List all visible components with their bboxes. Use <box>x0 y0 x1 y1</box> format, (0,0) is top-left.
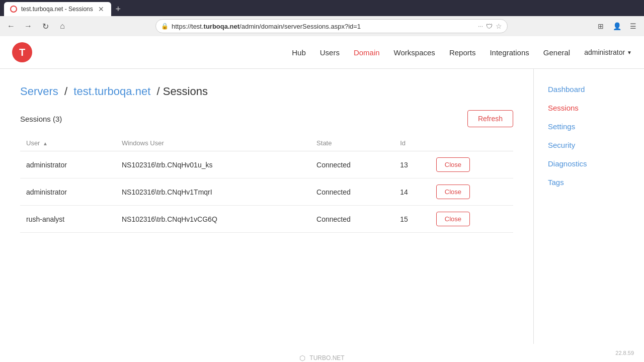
footer-text: TURBO.NET <box>309 354 344 361</box>
breadcrumb-servers[interactable]: Servers <box>20 85 58 98</box>
cell-windows-user-0: NS102316\trb.CNqHv01u_ks <box>116 151 310 178</box>
breadcrumb-domain[interactable]: test.turboqa.net <box>73 85 150 98</box>
sidebar-item-dashboard[interactable]: Dashboard <box>542 81 636 98</box>
options-icon[interactable]: ··· <box>478 23 483 30</box>
col-user: User ▲ <box>20 135 116 151</box>
cell-action-2: Close <box>430 206 513 233</box>
tab-bar: test.turboqa.net - Sessions ✕ + <box>0 0 644 16</box>
close-button-1[interactable]: Close <box>436 185 470 199</box>
logo-text: T <box>19 47 25 58</box>
admin-dropdown[interactable]: administrator ▼ <box>584 48 632 56</box>
footer-logo-icon: ⬡ <box>299 354 305 362</box>
cell-windows-user-1: NS102316\trb.CNqHv1TmqrI <box>116 178 310 206</box>
nav-workspaces[interactable]: Workspaces <box>394 48 435 57</box>
cell-state-1: Connected <box>310 178 394 206</box>
address-bar[interactable]: 🔒 https://test.turboqa.net/admin/domain/… <box>155 19 508 33</box>
breadcrumb: Servers / test.turboqa.net / Sessions <box>20 85 513 98</box>
sidebar: Dashboard Sessions Settings Security Dia… <box>533 69 644 344</box>
footer: ⬡ TURBO.NET <box>0 344 644 362</box>
sessions-table: User ▲ Windows User State Id administrat… <box>20 135 513 233</box>
sidebar-item-sessions[interactable]: Sessions <box>542 100 636 116</box>
shield-icon: 🛡 <box>486 23 493 30</box>
extensions-button[interactable]: ⊞ <box>594 19 608 33</box>
col-state: State <box>310 135 394 151</box>
table-row: administrator NS102316\trb.CNqHv1TmqrI C… <box>20 178 513 206</box>
address-bar-row: ← → ↻ ⌂ 🔒 https://test.turboqa.net/admin… <box>0 16 644 36</box>
home-button[interactable]: ⌂ <box>55 19 69 33</box>
cell-windows-user-2: NS102316\trb.CNqHv1vCG6Q <box>116 206 310 233</box>
main-content: Servers / test.turboqa.net / Sessions Se… <box>0 69 533 344</box>
security-lock-icon: 🔒 <box>161 23 169 30</box>
col-actions <box>430 135 513 151</box>
app-body: Servers / test.turboqa.net / Sessions Se… <box>0 69 644 344</box>
nav-domain[interactable]: Domain <box>354 48 380 57</box>
url-display: https://test.turboqa.net/admin/domain/se… <box>172 23 475 30</box>
admin-label: administrator <box>584 48 625 56</box>
tab-close-button[interactable]: ✕ <box>97 5 105 13</box>
back-button[interactable]: ← <box>4 19 18 33</box>
active-tab[interactable]: test.turboqa.net - Sessions ✕ <box>4 2 111 16</box>
chevron-down-icon: ▼ <box>627 50 632 55</box>
close-button-0[interactable]: Close <box>436 157 470 172</box>
cell-id-1: 14 <box>394 178 430 206</box>
refresh-button[interactable]: Refresh <box>467 110 513 127</box>
reload-button[interactable]: ↻ <box>38 19 52 33</box>
cell-action-0: Close <box>430 151 513 178</box>
cell-user-0: administrator <box>20 151 116 178</box>
sessions-count: Sessions (3) <box>20 115 62 123</box>
forward-button[interactable]: → <box>21 19 35 33</box>
nav-integrations[interactable]: Integrations <box>490 48 529 57</box>
cell-state-2: Connected <box>310 206 394 233</box>
svg-point-0 <box>11 7 16 12</box>
nav-reports[interactable]: Reports <box>449 48 476 57</box>
sessions-header: Sessions (3) Refresh <box>20 110 513 127</box>
url-bold: turboqa.net <box>204 23 240 30</box>
version-label: 22.8.59 <box>615 350 634 356</box>
sidebar-item-settings[interactable]: Settings <box>542 118 636 135</box>
cell-id-2: 15 <box>394 206 430 233</box>
sort-icon: ▲ <box>43 141 48 146</box>
cell-id-0: 13 <box>394 151 430 178</box>
cell-action-1: Close <box>430 178 513 206</box>
close-button-2[interactable]: Close <box>436 212 470 226</box>
cell-user-2: rush-analyst <box>20 206 116 233</box>
nav-users[interactable]: Users <box>320 48 340 57</box>
col-windows-user: Windows User <box>116 135 310 151</box>
breadcrumb-page: / Sessions <box>156 85 208 98</box>
cell-state-0: Connected <box>310 151 394 178</box>
browser-actions: ⊞ 👤 ☰ <box>594 19 640 33</box>
sidebar-item-diagnostics[interactable]: Diagnostics <box>542 155 636 172</box>
col-id: Id <box>394 135 430 151</box>
tab-title: test.turboqa.net - Sessions <box>21 6 93 13</box>
cell-user-1: administrator <box>20 178 116 206</box>
bookmark-icon[interactable]: ☆ <box>496 22 502 30</box>
table-row: rush-analyst NS102316\trb.CNqHv1vCG6Q Co… <box>20 206 513 233</box>
sidebar-item-tags[interactable]: Tags <box>542 174 636 191</box>
nav-general[interactable]: General <box>543 48 570 57</box>
app-header: T Hub Users Domain Workspaces Reports In… <box>0 36 644 69</box>
new-tab-button[interactable]: + <box>111 2 125 16</box>
menu-button[interactable]: ☰ <box>626 19 640 33</box>
profile-button[interactable]: 👤 <box>610 19 624 33</box>
nav-hub[interactable]: Hub <box>292 48 306 57</box>
sidebar-item-security[interactable]: Security <box>542 137 636 153</box>
app-logo[interactable]: T <box>12 42 32 62</box>
main-nav: Hub Users Domain Workspaces Reports Inte… <box>292 48 632 57</box>
tab-favicon <box>10 6 17 13</box>
table-row: administrator NS102316\trb.CNqHv01u_ks C… <box>20 151 513 178</box>
table-header-row: User ▲ Windows User State Id <box>20 135 513 151</box>
